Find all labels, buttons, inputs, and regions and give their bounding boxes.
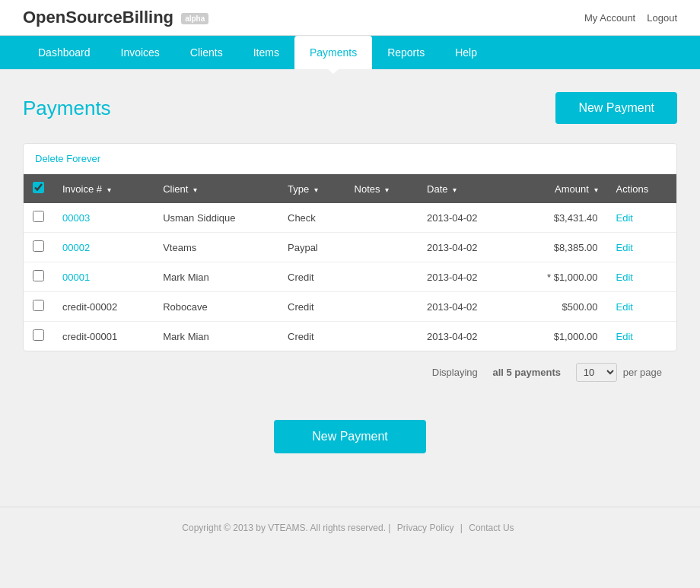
row-invoice: 00003 xyxy=(53,203,154,233)
row-type: Credit xyxy=(278,322,345,351)
nav-item-payments[interactable]: Payments xyxy=(294,36,372,69)
footer-separator1: | xyxy=(388,523,393,533)
new-payment-button-top[interactable]: New Payment xyxy=(555,92,677,124)
nav-item-clients[interactable]: Clients xyxy=(175,36,238,69)
row-date: 2013-04-02 xyxy=(418,203,512,233)
col-actions: Actions xyxy=(607,174,677,203)
row-actions: Edit xyxy=(607,233,677,262)
row-client: Mark Mian xyxy=(154,262,278,292)
row-checkbox-cell[interactable] xyxy=(24,203,53,233)
edit-link[interactable]: Edit xyxy=(616,301,633,313)
row-notes xyxy=(345,233,418,262)
edit-link[interactable]: Edit xyxy=(616,242,633,253)
row-client: Usman Siddique xyxy=(154,203,278,233)
delete-forever-link[interactable]: Delete Forever xyxy=(24,144,676,174)
row-date: 2013-04-02 xyxy=(418,292,512,322)
row-checkbox-cell[interactable] xyxy=(24,322,53,351)
select-all-checkbox[interactable] xyxy=(33,182,44,193)
row-amount: $500.00 xyxy=(512,292,606,322)
table-row: 00002VteamsPaypal2013-04-02$8,385.00Edit xyxy=(24,233,676,262)
footer: Copyright © 2013 by VTEAMS. All rights r… xyxy=(0,507,700,548)
table-row: credit-00001Mark MianCredit2013-04-02$1,… xyxy=(24,322,676,351)
nav-item-dashboard[interactable]: Dashboard xyxy=(23,36,106,69)
row-type: Paypal xyxy=(278,233,345,262)
edit-link[interactable]: Edit xyxy=(616,331,633,342)
row-checkbox-cell[interactable] xyxy=(24,262,53,292)
row-invoice: 00002 xyxy=(53,233,154,262)
row-actions: Edit xyxy=(607,322,677,351)
row-invoice: 00001 xyxy=(53,262,154,292)
row-checkbox[interactable] xyxy=(33,270,44,281)
nav-item-reports[interactable]: Reports xyxy=(372,36,440,69)
invoice-link[interactable]: 00001 xyxy=(62,272,90,283)
row-date: 2013-04-02 xyxy=(418,322,512,351)
page-title: Payments xyxy=(23,97,111,120)
payments-table-section: Delete Forever Invoice # ▾ Client ▾ xyxy=(23,143,677,351)
sort-arrow-amount: ▾ xyxy=(594,186,598,194)
col-amount[interactable]: Amount ▾ xyxy=(512,174,606,203)
row-client: Vteams xyxy=(154,233,278,262)
row-amount: $3,431.40 xyxy=(512,203,606,233)
logout-link[interactable]: Logout xyxy=(647,12,677,24)
row-checkbox[interactable] xyxy=(33,211,44,222)
edit-link[interactable]: Edit xyxy=(616,212,633,224)
row-type: Check xyxy=(278,203,345,233)
new-payment-button-bottom[interactable]: New Payment xyxy=(274,420,426,453)
per-page-label: per page xyxy=(623,367,662,378)
row-amount: $1,000.00 xyxy=(512,322,606,351)
pagination-bar: Displaying all 5 payments 10 25 50 100 p… xyxy=(23,351,677,393)
bottom-button-wrap: New Payment xyxy=(23,420,677,453)
row-checkbox[interactable] xyxy=(33,300,44,311)
nav-item-help[interactable]: Help xyxy=(440,36,492,69)
row-invoice: credit-00002 xyxy=(53,292,154,322)
row-checkbox-cell[interactable] xyxy=(24,233,53,262)
table-row: 00001Mark MianCredit2013-04-02* $1,000.0… xyxy=(24,262,676,292)
row-notes xyxy=(345,262,418,292)
row-actions: Edit xyxy=(607,262,677,292)
table-header-row: Invoice # ▾ Client ▾ Type ▾ Notes ▾ xyxy=(24,174,676,203)
contact-us-link[interactable]: Contact Us xyxy=(469,523,514,533)
row-notes xyxy=(345,203,418,233)
pagination-bold-text: all 5 payments xyxy=(492,367,561,378)
col-notes[interactable]: Notes ▾ xyxy=(345,174,418,203)
top-links: My Account Logout xyxy=(584,12,677,24)
select-all-header[interactable] xyxy=(24,174,53,203)
row-date: 2013-04-02 xyxy=(418,233,512,262)
sort-arrow-client: ▾ xyxy=(193,186,197,194)
table-row: 00003Usman SiddiqueCheck2013-04-02$3,431… xyxy=(24,203,676,233)
pagination-display-text: Displaying xyxy=(432,367,478,378)
row-actions: Edit xyxy=(607,292,677,322)
row-notes xyxy=(345,292,418,322)
row-type: Credit xyxy=(278,292,345,322)
row-checkbox-cell[interactable] xyxy=(24,292,53,322)
invoice-link[interactable]: 00002 xyxy=(62,242,90,253)
sort-arrow-date: ▾ xyxy=(453,186,457,194)
logo-source-billing: SourceBilling xyxy=(65,8,173,27)
row-notes xyxy=(345,322,418,351)
row-amount: $8,385.00 xyxy=(512,233,606,262)
invoice-link[interactable]: 00003 xyxy=(62,212,90,224)
row-client: Robocave xyxy=(154,292,278,322)
logo: OpenSourceBilling alpha xyxy=(23,8,208,27)
nav-bar: Dashboard Invoices Clients Items Payment… xyxy=(0,36,700,69)
per-page-select[interactable]: 10 25 50 100 xyxy=(576,363,617,382)
row-amount: * $1,000.00 xyxy=(512,262,606,292)
privacy-policy-link[interactable]: Privacy Policy xyxy=(397,523,454,533)
col-client[interactable]: Client ▾ xyxy=(154,174,278,203)
footer-separator2: | xyxy=(460,523,465,533)
row-invoice: credit-00001 xyxy=(53,322,154,351)
row-checkbox[interactable] xyxy=(33,329,44,341)
nav-item-invoices[interactable]: Invoices xyxy=(106,36,175,69)
col-date[interactable]: Date ▾ xyxy=(418,174,512,203)
payments-table: Invoice # ▾ Client ▾ Type ▾ Notes ▾ xyxy=(24,174,676,351)
edit-link[interactable]: Edit xyxy=(616,272,633,283)
logo-open: Open xyxy=(23,8,65,27)
sort-arrow-notes: ▾ xyxy=(385,186,389,194)
col-invoice[interactable]: Invoice # ▾ xyxy=(53,174,154,203)
row-checkbox[interactable] xyxy=(33,240,44,252)
nav-item-items[interactable]: Items xyxy=(238,36,294,69)
row-client: Mark Mian xyxy=(154,322,278,351)
sort-arrow-invoice: ▾ xyxy=(107,186,111,194)
my-account-link[interactable]: My Account xyxy=(584,12,635,24)
col-type[interactable]: Type ▾ xyxy=(278,174,345,203)
